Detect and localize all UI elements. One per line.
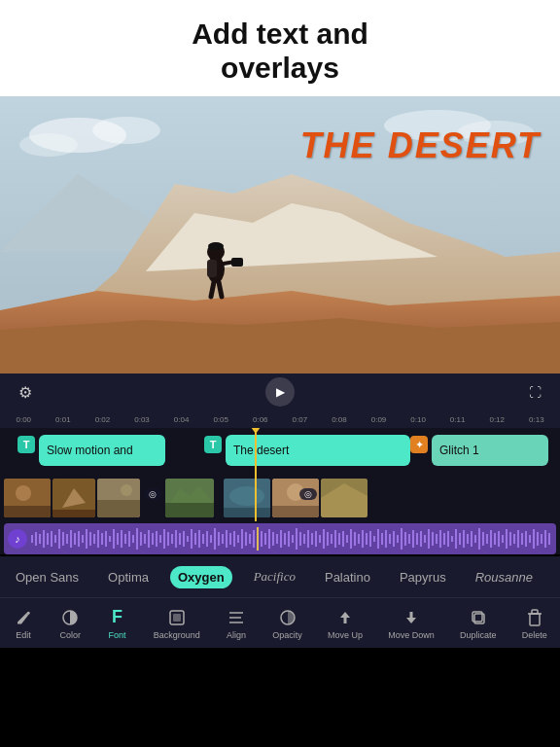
- svg-rect-131: [381, 533, 383, 545]
- svg-rect-95: [241, 529, 243, 549]
- align-icon: [226, 607, 247, 628]
- svg-rect-101: [264, 533, 266, 545]
- svg-rect-153: [467, 534, 469, 544]
- svg-point-21: [16, 485, 31, 501]
- svg-rect-121: [342, 531, 344, 547]
- svg-rect-99: [257, 527, 259, 551]
- svg-rect-158: [486, 534, 488, 544]
- color-icon: [59, 607, 81, 628]
- toolbar-move-down[interactable]: Move Down: [382, 603, 440, 644]
- svg-rect-42: [35, 532, 37, 546]
- toolbar-edit[interactable]: Edit: [7, 603, 40, 644]
- video-thumb-5[interactable]: [224, 479, 270, 517]
- video-track-row: ◎ ◎: [0, 475, 560, 521]
- toolbar-font-label: Font: [109, 630, 126, 640]
- svg-rect-97: [249, 534, 251, 544]
- svg-rect-74: [159, 535, 161, 543]
- svg-rect-170: [533, 529, 535, 549]
- settings-icon[interactable]: ⚙: [12, 378, 39, 406]
- svg-rect-104: [276, 534, 278, 544]
- text-clip-2[interactable]: The desert: [226, 435, 410, 466]
- svg-rect-161: [498, 531, 500, 547]
- svg-rect-79: [179, 533, 181, 545]
- svg-rect-127: [366, 533, 368, 545]
- text-clip-icon-2: T: [204, 436, 222, 453]
- font-pirata-one[interactable]: Pirata One: [554, 565, 560, 588]
- svg-rect-43: [39, 534, 41, 544]
- toolbar-background[interactable]: Background: [148, 603, 206, 644]
- toolbar-duplicate[interactable]: Duplicate: [454, 603, 503, 644]
- font-palatino[interactable]: Palatino: [317, 566, 378, 588]
- toolbar-edit-label: Edit: [16, 630, 31, 640]
- svg-rect-120: [338, 533, 340, 545]
- svg-rect-173: [544, 530, 546, 548]
- font-pacifico[interactable]: Pacifico: [246, 565, 303, 588]
- svg-rect-113: [311, 533, 313, 545]
- svg-rect-118: [331, 534, 332, 544]
- svg-rect-164: [509, 532, 511, 546]
- svg-rect-123: [350, 529, 352, 549]
- svg-rect-152: [463, 530, 465, 548]
- font-papyrus[interactable]: Papyrus: [392, 566, 454, 588]
- svg-rect-84: [198, 530, 200, 548]
- svg-rect-150: [455, 529, 457, 549]
- toolbar-move-down-label: Move Down: [388, 630, 435, 640]
- toolbar-opacity[interactable]: Opacity: [266, 603, 308, 644]
- text-clip-icon-1: T: [18, 436, 35, 453]
- text-clip-1[interactable]: Slow motion and: [39, 435, 165, 466]
- svg-rect-183: [410, 612, 413, 618]
- text-clip-2-label: The desert: [233, 444, 289, 457]
- svg-rect-128: [369, 531, 371, 547]
- video-thumb-3[interactable]: [97, 479, 140, 517]
- text-clip-3[interactable]: Glitch 1: [432, 435, 548, 466]
- svg-rect-105: [280, 530, 282, 548]
- svg-rect-156: [478, 528, 480, 550]
- font-open-sans[interactable]: Open Sans: [8, 566, 87, 588]
- toolbar-align[interactable]: Align: [220, 603, 253, 644]
- ruler-mark: 0:06: [240, 415, 280, 424]
- video-thumb-2[interactable]: [52, 479, 95, 517]
- toolbar-move-up[interactable]: Move Up: [322, 603, 368, 644]
- font-oxygen[interactable]: Oxygen: [170, 566, 232, 588]
- svg-rect-89: [218, 532, 220, 546]
- video-thumb-7[interactable]: [321, 479, 368, 517]
- svg-rect-177: [173, 614, 181, 622]
- svg-rect-117: [327, 532, 329, 546]
- svg-rect-159: [490, 530, 492, 548]
- svg-rect-114: [315, 531, 317, 547]
- svg-rect-119: [334, 530, 336, 548]
- svg-rect-62: [113, 529, 115, 549]
- controls-bar: ⚙ ▶ ⛶: [0, 374, 560, 410]
- toolbar-move-up-label: Move Up: [328, 630, 363, 640]
- svg-rect-52: [74, 533, 76, 545]
- speed-indicator-1: ◎: [144, 488, 161, 500]
- header: Add text andoverlays: [0, 0, 560, 96]
- ruler-marks: 0:00 0:01 0:02 0:03 0:04 0:05 0:06 0:07 …: [4, 415, 556, 424]
- text-clip-1-label: Slow motion and: [47, 444, 133, 457]
- svg-rect-145: [436, 534, 438, 544]
- fullscreen-icon[interactable]: ⛶: [521, 378, 548, 406]
- toolbar-font[interactable]: F Font: [101, 603, 134, 644]
- font-rousanne[interactable]: Rousanne: [468, 566, 541, 588]
- delete-icon: [524, 607, 545, 628]
- svg-rect-134: [393, 531, 395, 547]
- timeline-ruler: 0:00 0:01 0:02 0:03 0:04 0:05 0:06 0:07 …: [0, 410, 560, 428]
- play-button[interactable]: ▶: [265, 377, 295, 407]
- video-thumb-1[interactable]: [4, 479, 51, 517]
- svg-rect-61: [109, 536, 111, 542]
- video-thumb-4[interactable]: [165, 479, 214, 517]
- ruler-mark: 0:04: [161, 415, 201, 424]
- svg-rect-49: [62, 532, 64, 546]
- toolbar-delete-label: Delete: [522, 630, 547, 640]
- svg-rect-64: [121, 530, 122, 548]
- toolbar-align-label: Align: [227, 630, 246, 640]
- svg-rect-130: [377, 529, 379, 549]
- toolbar-delete[interactable]: Delete: [516, 603, 553, 644]
- svg-rect-59: [101, 533, 103, 545]
- font-optima[interactable]: Optima: [100, 566, 157, 588]
- toolbar-color[interactable]: Color: [53, 603, 87, 644]
- svg-rect-125: [358, 534, 360, 544]
- page-title: Add text andoverlays: [39, 18, 521, 85]
- toolbar-duplicate-label: Duplicate: [460, 630, 497, 640]
- svg-rect-149: [451, 536, 453, 542]
